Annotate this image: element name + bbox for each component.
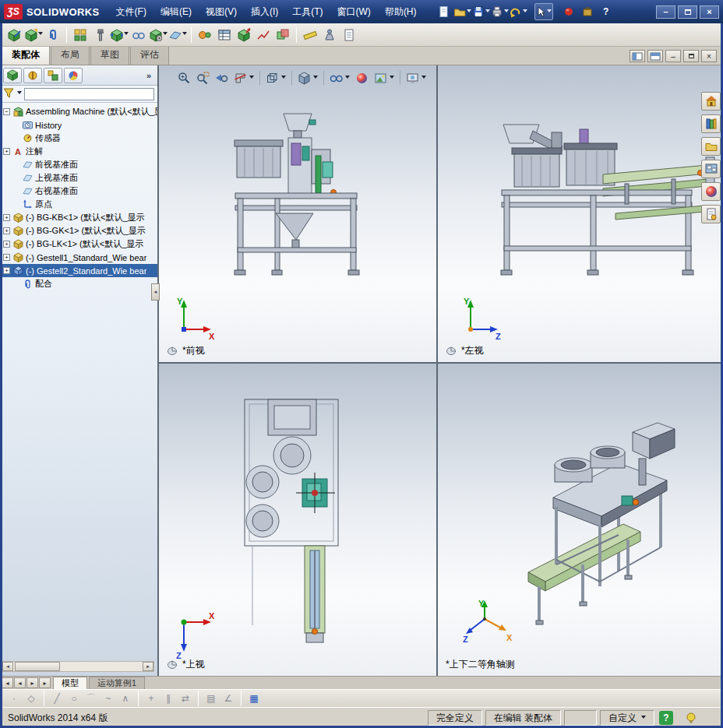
bill-of-materials-icon[interactable] [215, 26, 234, 44]
displaymanager-tab-icon[interactable] [64, 68, 83, 83]
view-settings-icon[interactable] [404, 69, 428, 86]
solidworks-resources-icon[interactable] [701, 92, 721, 111]
status-help-button[interactable]: ? [659, 711, 673, 725]
panel-collapse-handle[interactable]: ◂ [151, 283, 160, 301]
viewport-top[interactable]: X Z *上视 [159, 364, 436, 676]
restore-button[interactable] [678, 5, 697, 19]
tab-sketch[interactable]: 草图 [90, 45, 129, 65]
linear-pattern-tool-icon[interactable]: ▤ [203, 691, 219, 706]
view-orientation-icon[interactable] [264, 69, 287, 86]
mass-properties-icon[interactable] [320, 26, 339, 44]
minimize-button[interactable]: – [656, 5, 675, 19]
viewport-layout-icon[interactable] [630, 50, 645, 62]
document-properties-icon[interactable] [340, 26, 358, 44]
spline-tool-icon[interactable]: ~ [101, 691, 116, 706]
tree-item-root[interactable]: − Assembling Machine (默认<默认_显 [2, 105, 157, 118]
configurationmanager-tab-icon[interactable] [44, 68, 62, 83]
filter-caret-icon[interactable] [17, 91, 22, 97]
scroll-left-button[interactable]: ◂ [2, 662, 13, 671]
tree-item-right-plane[interactable]: 右视基准面 [2, 185, 157, 198]
line-tool-icon[interactable]: ╱ [49, 691, 65, 706]
tab-scroll-last-button[interactable]: ▸ [39, 677, 51, 688]
corner-tool-icon[interactable]: ∧ [118, 691, 133, 706]
move-component-icon[interactable] [110, 26, 129, 44]
edit-appearance-icon[interactable] [354, 69, 370, 86]
print-button[interactable] [491, 3, 510, 20]
appearances-icon[interactable] [701, 182, 721, 201]
display-style-icon[interactable] [296, 69, 319, 86]
save-button[interactable] [472, 3, 491, 20]
new-motion-study-icon[interactable] [196, 26, 214, 44]
tab-evaluate[interactable]: 评估 [130, 45, 169, 65]
panel-horizontal-scrollbar[interactable]: ◂ ▸ [2, 661, 154, 672]
expand-expander-icon[interactable]: + [3, 267, 10, 274]
point-tool-icon[interactable]: · [6, 691, 22, 706]
design-library-icon[interactable] [701, 114, 721, 133]
explode-line-sketch-icon[interactable] [254, 26, 273, 44]
viewport-left[interactable]: Y Z *左视 [438, 65, 723, 362]
tree-item-front-plane[interactable]: 前视基准面 [2, 158, 157, 171]
measure-icon[interactable] [301, 26, 319, 44]
toolbox-icon[interactable] [578, 3, 597, 20]
custom-properties-icon[interactable] [701, 205, 721, 223]
tree-item-part-gestell1[interactable]: + (-) Gestell1_Standard_Wie bear [2, 251, 157, 264]
viewport-horizontal-splitter[interactable] [159, 362, 723, 364]
add-relation-tool-icon[interactable]: + [143, 691, 159, 706]
menu-file[interactable]: 文件(F) [109, 3, 153, 21]
tree-item-top-plane[interactable]: 上视基准面 [2, 171, 157, 185]
tree-item-history[interactable]: History [2, 118, 157, 132]
red-sphere-icon[interactable] [559, 3, 578, 20]
expand-expander-icon[interactable]: + [3, 241, 10, 248]
new-document-button[interactable] [435, 3, 453, 20]
tree-item-part-gestell2-selected[interactable]: + (-) Gestell2_Standard_Wie bear [2, 264, 157, 277]
assembly-features-icon[interactable] [149, 26, 168, 44]
viewport-isometric[interactable]: Y X Z *上下二等角轴测 [438, 364, 723, 676]
menu-tools[interactable]: 工具(T) [285, 3, 330, 21]
view-palette-icon[interactable] [701, 160, 721, 178]
previous-view-icon[interactable] [213, 69, 230, 86]
doc-close-button[interactable]: × [701, 50, 717, 62]
tab-scroll-first-button[interactable]: ◂ [2, 677, 13, 688]
exploded-view-icon[interactable] [235, 26, 253, 44]
mate-icon[interactable] [44, 26, 62, 44]
show-hidden-components-icon[interactable] [129, 26, 148, 44]
tree-item-mates[interactable]: 配合 [2, 277, 157, 290]
tree-item-part-bg-lk[interactable]: + (-) BG-LK<1> (默认<默认_显示 [2, 237, 157, 251]
file-explorer-icon[interactable] [701, 137, 721, 156]
hide-show-items-icon[interactable] [328, 69, 351, 86]
tab-model[interactable]: 模型 [53, 677, 87, 689]
convert-entities-tool-icon[interactable]: ⇄ [178, 691, 193, 706]
expand-expander-icon[interactable]: + [3, 214, 10, 221]
linear-component-pattern-icon[interactable] [71, 26, 90, 44]
expand-expander-icon[interactable]: + [3, 148, 10, 155]
tab-assembly[interactable]: 装配体 [2, 45, 50, 65]
featuremanager-tree-tab-icon[interactable] [3, 68, 22, 83]
edit-component-icon[interactable] [5, 26, 23, 44]
polygon-tool-icon[interactable]: ◇ [23, 691, 39, 706]
tree-item-annotations[interactable]: + A 注解 [2, 145, 157, 158]
section-view-icon[interactable] [232, 69, 256, 86]
tab-motion-study-1[interactable]: 运动算例1 [89, 677, 145, 689]
zoom-fit-icon[interactable] [176, 69, 192, 86]
tree-item-sensors[interactable]: 传感器 [2, 132, 157, 145]
doc-restore-button[interactable] [683, 50, 699, 62]
reference-geometry-icon[interactable] [168, 26, 187, 44]
menu-view[interactable]: 视图(V) [199, 3, 244, 21]
customize-dropdown[interactable]: 自定义 [600, 710, 654, 726]
tab-scroll-prev-button[interactable]: ◂ [14, 677, 26, 688]
tree-item-origin[interactable]: 原点 [2, 198, 157, 211]
tree-filter-input[interactable] [24, 88, 154, 100]
open-document-button[interactable] [453, 3, 472, 20]
collapse-expander-icon[interactable]: − [3, 108, 10, 115]
angle-dimension-tool-icon[interactable]: ∠ [220, 691, 236, 706]
filter-funnel-icon[interactable] [3, 87, 14, 100]
menu-help[interactable]: 帮助(H) [378, 3, 424, 21]
zoom-area-icon[interactable] [195, 69, 211, 86]
expand-expander-icon[interactable]: + [3, 227, 10, 234]
menu-edit[interactable]: 编辑(E) [153, 3, 199, 21]
tree-item-part-bg-kb[interactable]: + (-) BG-KB<1> (默认<默认_显示 [2, 211, 157, 224]
viewport-vertical-splitter[interactable] [436, 65, 438, 676]
viewport-layout-2-icon[interactable] [647, 50, 663, 62]
graphics-area[interactable]: Y X *前视 [159, 65, 723, 676]
select-tool-button[interactable] [534, 3, 553, 20]
